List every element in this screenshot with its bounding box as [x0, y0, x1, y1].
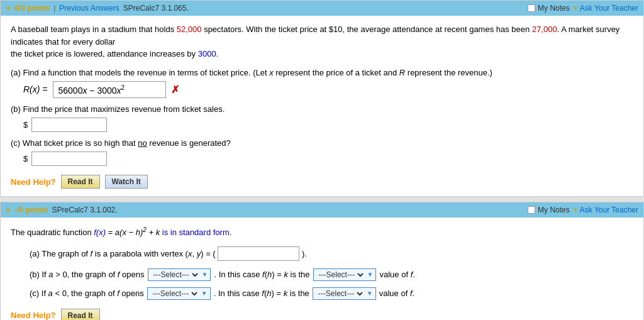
highlight-fx: f(x) [94, 228, 106, 237]
formula-box-1: 56000x − 3000x2 [53, 81, 166, 99]
part-a-label-2: (a) The graph of f is a parabola with ve… [30, 246, 633, 261]
ask-teacher-text-1: Ask Your Teacher [580, 4, 638, 13]
source-label-2: SPreCalc7 3.1.002. [52, 206, 118, 214]
problem-text-1: A baseball team plays in a stadium that … [11, 23, 633, 60]
select3-arrow: ▼ [201, 290, 208, 297]
need-help-section-1: Need Help? Read It Watch It [11, 175, 633, 189]
part-b-middle-2: . In this case f(h) = k is the [214, 270, 309, 279]
part-a-label-1: (a) Find a function that models the reve… [11, 68, 633, 77]
select2-arrow: ▼ [367, 271, 374, 278]
watch-it-button-1[interactable]: Watch It [105, 175, 148, 189]
question-body-1: A baseball team plays in a stadium that … [1, 16, 643, 196]
part-b-line-2: (b) If a > 0, the graph of f opens ---Se… [30, 268, 633, 281]
vertex-input[interactable] [218, 246, 299, 261]
formula-std: a(x − h)2 + k [115, 228, 160, 237]
formula-line-1: R(x) = 56000x − 3000x2 ✗ [23, 81, 633, 99]
highlight-52000: 52,000 [177, 25, 202, 34]
points-badge-2: -/5 points [14, 206, 48, 214]
dollar-sign-c: $ [23, 154, 28, 163]
dollar-sign-b: $ [23, 120, 28, 130]
question-block-2: + -/5 points SPreCalc7 3.1.002. My Notes… [0, 202, 644, 320]
question-header-1: + 0/3 points | Previous Answers SPreCalc… [1, 1, 643, 16]
read-it-button-2[interactable]: Read It [61, 309, 100, 320]
ask-plus-icon-2: + [574, 206, 578, 214]
part-b-input-line: $ [23, 118, 633, 132]
part-a-text-2: (a) The graph of f is a parabola with ve… [30, 249, 216, 258]
source-label-1: SPreCalc7 3.1.065. [123, 4, 189, 13]
need-help-label-2: Need Help? [11, 311, 56, 320]
read-it-button-1[interactable]: Read It [61, 175, 100, 189]
need-help-section-2: Need Help? Read It [11, 309, 633, 320]
part-c-input-line: $ [23, 152, 633, 166]
plus-icon-2: + [6, 205, 11, 215]
problem-text-2: The quadratic function f(x) = a(x − h)2 … [11, 225, 633, 239]
select4-arrow: ▼ [367, 290, 373, 297]
notes-checkbox-1[interactable] [528, 4, 535, 12]
ask-teacher-link-2[interactable]: + Ask Your Teacher [574, 206, 638, 214]
notes-checkbox-2[interactable] [528, 206, 535, 214]
my-notes-area-2: My Notes [528, 206, 570, 214]
highlight-is-std: is in standard form [162, 228, 230, 237]
my-notes-label-1: My Notes [538, 4, 570, 13]
math-expr-1: 56000x − 3000x2 [58, 84, 125, 96]
part-c-select1[interactable]: ---Select--- [150, 289, 199, 299]
points-badge-1: 0/3 points [14, 4, 50, 13]
ask-plus-icon-1: + [574, 4, 578, 13]
plus-icon-1: + [6, 3, 11, 13]
clear-formula-button[interactable]: ✗ [171, 84, 179, 96]
part-b-select2[interactable]: ---Select--- [316, 270, 365, 280]
question-block-1: + 0/3 points | Previous Answers SPreCalc… [0, 0, 644, 197]
part-b-input[interactable] [31, 118, 107, 132]
question-body-2: The quadratic function f(x) = a(x − h)2 … [1, 218, 643, 320]
divider-1: | [53, 4, 55, 13]
my-notes-area-1: My Notes [528, 4, 570, 13]
part-c-line-2: (c) If a < 0, the graph of f opens ---Se… [30, 287, 633, 300]
header-left-2: + -/5 points SPreCalc7 3.1.002. [6, 205, 118, 215]
header-right-1: My Notes + Ask Your Teacher [528, 4, 638, 13]
part-b-suffix-2: value of f. [379, 270, 414, 279]
formula-lhs-1: R(x) = [23, 84, 48, 94]
part-c-label-1: (c) What ticket price is so high that no… [11, 138, 633, 148]
part-b-label-1: (b) Find the price that maximizes revenu… [11, 104, 633, 114]
part-a-close-paren: ). [302, 249, 307, 258]
part-c-middle-2: . In this case f(h) = k is the [214, 289, 309, 298]
header-right-2: My Notes + Ask Your Teacher [528, 206, 638, 214]
part-b-select1[interactable]: ---Select--- [151, 270, 200, 280]
part-b-prefix-2: (b) If a > 0, the graph of f opens [30, 270, 145, 279]
ask-teacher-text-2: Ask Your Teacher [580, 206, 638, 214]
my-notes-label-2: My Notes [538, 206, 570, 214]
ask-teacher-link-1[interactable]: + Ask Your Teacher [574, 4, 638, 13]
prev-answers-link-1[interactable]: Previous Answers [59, 4, 119, 13]
part-c-suffix-2: value of f. [379, 289, 414, 298]
select1-arrow: ▼ [202, 271, 208, 278]
highlight-3000: 3000 [198, 49, 216, 58]
highlight-27000: 27,000 [532, 25, 557, 34]
question-header-2: + -/5 points SPreCalc7 3.1.002. My Notes… [1, 202, 643, 218]
part-c-prefix-2: (c) If a < 0, the graph of f opens [30, 289, 144, 298]
part-c-select2[interactable]: ---Select--- [316, 289, 365, 299]
header-left-1: + 0/3 points | Previous Answers SPreCalc… [6, 3, 189, 13]
part-c-input[interactable] [31, 152, 107, 166]
need-help-label-1: Need Help? [11, 177, 56, 187]
